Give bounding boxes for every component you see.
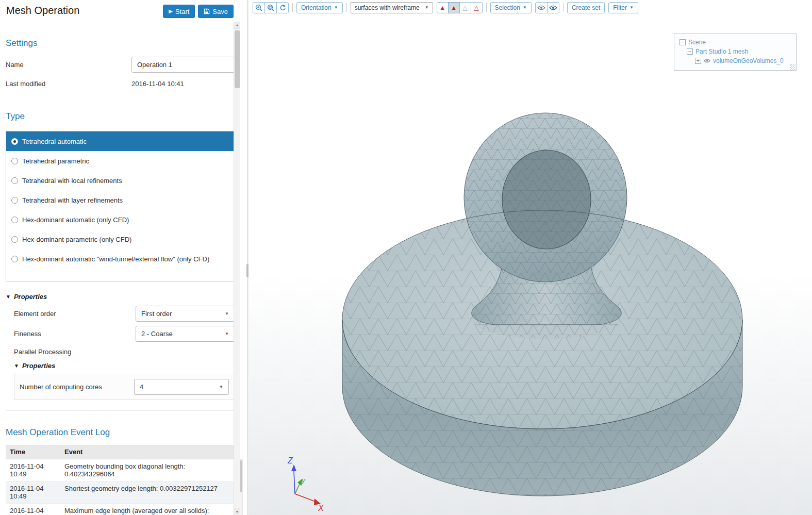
radio-icon[interactable] <box>11 197 18 204</box>
log-col-event: Event <box>60 445 235 459</box>
tree-node-volume[interactable]: + volumeOnGeoVolumes_0 <box>695 56 793 65</box>
type-option-tetrahedral-local-refinements[interactable]: Tetrahedral with local refinements <box>6 171 234 190</box>
type-option-label: Tetrahedral automatic <box>22 138 87 145</box>
radio-icon[interactable] <box>11 138 18 145</box>
eye-icon[interactable] <box>704 59 710 63</box>
collapse-arrow-icon: ▼ <box>6 294 11 300</box>
properties-section-toggle[interactable]: ▼ Properties <box>6 293 235 301</box>
event-log-heading: Mesh Operation Event Log <box>6 427 235 438</box>
filter-dropdown[interactable]: Filter ▼ <box>608 2 638 13</box>
type-option-tetrahedral-automatic[interactable]: Tetrahedral automatic <box>6 131 234 151</box>
mesh-display-toggle-solid[interactable]: ▲ <box>437 2 449 13</box>
parallel-properties-toggle[interactable]: ▼ Properties <box>14 362 235 370</box>
properties-rows: Element order First order ▼ Fineness 2 -… <box>6 306 235 400</box>
create-set-button[interactable]: Create set <box>567 2 605 13</box>
resize-grip[interactable] <box>790 64 796 70</box>
triangle-quality-icon: △ <box>474 5 478 11</box>
zoom-window-icon <box>267 4 274 11</box>
tree-node-scene[interactable]: − Scene <box>680 38 793 47</box>
last-modified-label: Last modified <box>6 80 45 88</box>
type-option-tetrahedral-parametric[interactable]: Tetrahedral parametric <box>6 151 234 171</box>
save-icon <box>204 8 210 14</box>
refresh-button[interactable] <box>276 2 289 13</box>
cores-value: 4 <box>140 383 143 391</box>
mesh-3d-view: Z y X <box>248 15 812 515</box>
mesh-display-toggle-group: ▲ ▲ △ △ <box>437 2 483 13</box>
log-event: Shortest geometry edge length: 0.0032297… <box>60 481 235 504</box>
type-option-hex-automatic[interactable]: Hex-dominant automatic (only CFD) <box>6 210 234 229</box>
tree-node-label: Part Studio 1 mesh <box>695 48 748 55</box>
refresh-icon <box>279 4 286 11</box>
zoom-in-button[interactable] <box>253 2 265 13</box>
properties-section: ▼ Properties Element order First order ▼… <box>6 293 235 411</box>
fineness-select[interactable]: 2 - Coarse ▼ <box>136 326 235 342</box>
eye-hide-icon <box>537 5 545 10</box>
panel-header: Mesh Operation ▶ Start Save <box>0 0 247 22</box>
viewport-3d[interactable]: Z y X − Scene − Part Studio 1 mesh <box>248 15 812 515</box>
panel-scrollbar[interactable]: ▲ ▼ <box>234 22 240 515</box>
start-button[interactable]: ▶ Start <box>163 5 195 18</box>
type-option-tetrahedral-layer-refinements[interactable]: Tetrahedral with layer refinements <box>6 190 234 210</box>
mesh-display-toggle-wireframe[interactable]: ▲ <box>448 2 460 13</box>
name-input[interactable] <box>131 57 235 73</box>
mesh-display-toggle-outline[interactable]: △ <box>459 2 471 13</box>
radio-icon[interactable] <box>11 217 18 223</box>
fineness-value: 2 - Coarse <box>141 330 173 338</box>
orientation-dropdown[interactable]: Orientation ▼ <box>296 2 343 13</box>
log-time: 2016-11-04 10:49 <box>6 481 60 504</box>
collapse-box-icon[interactable]: − <box>680 39 686 45</box>
element-order-select[interactable]: First order ▼ <box>136 306 235 322</box>
log-row: 2016-11-04 10:49 Maximum edge length (av… <box>6 504 235 515</box>
triangle-solid-icon: ▲ <box>439 5 445 11</box>
log-event: Maximum edge length (averaged over all s… <box>60 504 235 515</box>
scroll-down-button[interactable]: ▼ <box>234 508 240 515</box>
axis-x-label: X <box>318 504 324 512</box>
fineness-label: Fineness <box>14 330 41 338</box>
panel-scrollbar-thumb[interactable] <box>235 30 240 88</box>
last-modified-value: 2016-11-04 10:41 <box>131 80 235 88</box>
scroll-up-button[interactable]: ▲ <box>234 22 240 29</box>
save-button[interactable]: Save <box>198 5 234 18</box>
eye-show-icon <box>549 5 557 10</box>
mesh-display-toggle-quality[interactable]: △ <box>471 2 483 13</box>
cores-select[interactable]: 4 ▼ <box>134 379 229 395</box>
properties-title: Properties <box>14 293 47 301</box>
parallel-processing-label: Parallel Processing <box>14 348 235 356</box>
render-mode-select[interactable]: surfaces with wireframe ▼ <box>351 2 433 13</box>
fineness-row: Fineness 2 - Coarse ▼ <box>14 326 235 342</box>
chevron-down-icon: ▼ <box>225 331 229 336</box>
header-buttons: ▶ Start Save <box>163 5 234 18</box>
selection-label: Selection <box>495 4 520 11</box>
element-order-label: Element order <box>14 310 56 318</box>
type-option-hex-parametric[interactable]: Hex-dominant parametric (only CFD) <box>6 229 234 249</box>
eye-hide-button[interactable] <box>535 2 548 13</box>
log-event: Geometry bounding box diagonal length: 0… <box>60 459 235 481</box>
log-time: 2016-11-04 10:49 <box>6 459 60 481</box>
event-log: Time Event 2016-11-04 10:49 Geometry bou… <box>6 445 235 515</box>
triangle-outline-icon: △ <box>462 5 467 11</box>
type-option-label: Hex-dominant automatic "wind-tunnel/exte… <box>22 255 209 263</box>
toolbar-separator <box>563 3 564 12</box>
toolbar-separator <box>346 3 347 12</box>
orientation-label: Orientation <box>301 4 332 11</box>
chevron-down-icon: ▼ <box>219 385 223 389</box>
radio-icon[interactable] <box>11 256 18 262</box>
collapse-box-icon[interactable]: − <box>687 48 693 55</box>
zoom-window-button[interactable] <box>264 2 277 13</box>
radio-icon[interactable] <box>11 177 18 184</box>
save-button-label: Save <box>212 8 228 15</box>
toolbar-separator <box>486 3 487 12</box>
chevron-down-icon: ▼ <box>225 311 229 316</box>
selection-dropdown[interactable]: Selection ▼ <box>490 2 532 13</box>
parallel-properties-title: Properties <box>22 362 55 370</box>
radio-icon[interactable] <box>11 158 18 164</box>
tree-node-part-studio[interactable]: − Part Studio 1 mesh <box>687 47 793 56</box>
radio-icon[interactable] <box>11 236 18 243</box>
tree-node-label: volumeOnGeoVolumes_0 <box>713 57 784 64</box>
chevron-down-icon: ▼ <box>629 5 634 10</box>
element-order-row: Element order First order ▼ <box>14 306 235 322</box>
type-option-hex-windtunnel[interactable]: Hex-dominant automatic "wind-tunnel/exte… <box>6 249 234 269</box>
filter-label: Filter <box>613 4 627 11</box>
eye-show-button[interactable] <box>547 2 559 13</box>
expand-box-icon[interactable]: + <box>695 58 701 64</box>
